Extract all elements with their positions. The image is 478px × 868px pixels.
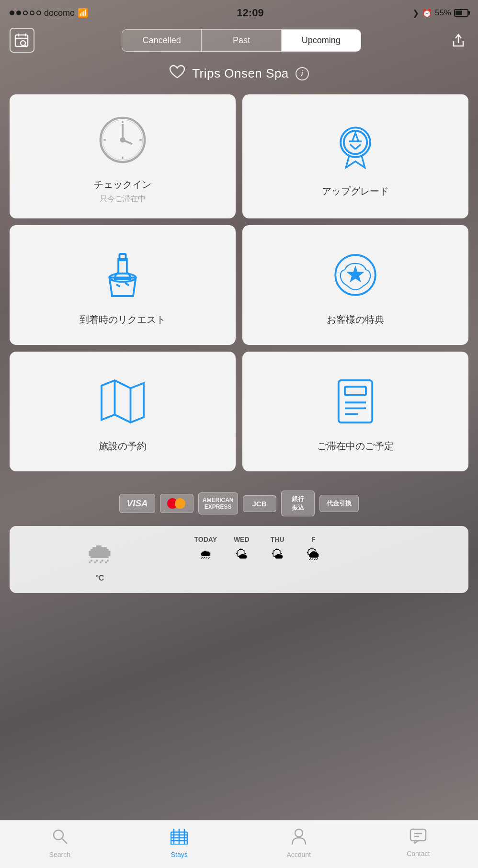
stays-tab-icon [171, 828, 188, 848]
stays-tab-label: Stays [171, 851, 188, 858]
svg-line-19 [350, 144, 355, 149]
facility-card[interactable]: 施設の予約 [10, 352, 236, 471]
upgrade-card[interactable]: アップグレード [242, 94, 468, 218]
svg-marker-26 [346, 265, 364, 282]
wed-icon: 🌤 [235, 547, 248, 562]
search-tab-icon [52, 828, 68, 848]
weather-wed: WED 🌤 [226, 536, 257, 583]
payment-cod: 代金引換 [319, 495, 359, 512]
tab-bar-search[interactable]: Search [0, 821, 120, 868]
battery-icon [454, 9, 468, 17]
arrival-request-title: 到着時のリクエスト [80, 313, 166, 326]
star-badge-icon [329, 249, 382, 301]
contact-tab-label: Contact [407, 850, 430, 857]
tab-bar: Search Stays Account [0, 820, 478, 868]
svg-line-24 [125, 283, 129, 286]
account-tab-icon [291, 828, 307, 848]
feature-grid: チェックイン 只今ご滞在中 アップグレード [0, 94, 478, 471]
payment-amex: AMERICANEXPRESS [198, 492, 238, 514]
fri-icon: 🌦 [307, 547, 319, 562]
today-icon: 🌧 [199, 547, 212, 562]
fri-label: F [311, 536, 316, 543]
location-icon: ❯ [412, 8, 419, 18]
tab-bar-stays[interactable]: Stays [120, 821, 239, 868]
payment-mastercard [160, 494, 193, 513]
title-row: Trips Onsen Spa i [0, 60, 478, 94]
today-label: TODAY [194, 536, 217, 543]
clock-icon [96, 114, 149, 166]
document-icon [329, 375, 382, 428]
svg-line-20 [355, 144, 361, 149]
svg-point-46 [295, 829, 303, 837]
tab-past[interactable]: Past [202, 30, 281, 51]
weather-thu: THU 🌤 [262, 536, 293, 583]
status-time: 12:09 [237, 7, 263, 19]
hotel-name: Trips Onsen Spa [192, 66, 289, 81]
payment-methods: VISA AMERICANEXPRESS JCB 銀行振込 代金引換 [0, 481, 478, 526]
medal-icon [329, 120, 382, 173]
schedule-card[interactable]: ご滞在中のご予定 [242, 352, 468, 471]
benefits-title: お客様の特典 [327, 313, 384, 326]
thu-label: THU [271, 536, 285, 543]
facility-title: 施設の予約 [99, 440, 147, 453]
info-icon[interactable]: i [296, 67, 309, 80]
header: Cancelled Past Upcoming [0, 23, 478, 60]
tab-bar-contact[interactable]: Contact [359, 821, 478, 868]
svg-point-4 [21, 41, 25, 46]
wifi-icon: 📶 [78, 8, 88, 18]
champagne-icon [96, 249, 149, 301]
payment-bank: 銀行振込 [281, 491, 315, 516]
svg-line-23 [116, 285, 120, 286]
upgrade-title: アップグレード [322, 185, 389, 198]
tab-bar-account[interactable]: Account [239, 821, 359, 868]
svg-point-11 [121, 138, 125, 142]
weather-fri: F 🌦 [298, 536, 329, 583]
svg-rect-47 [410, 829, 426, 841]
weather-current: 🌧 °C [19, 536, 181, 583]
tab-upcoming[interactable]: Upcoming [282, 30, 361, 51]
svg-line-35 [62, 839, 67, 844]
favorite-icon[interactable] [169, 65, 185, 82]
svg-point-34 [54, 830, 63, 840]
checkin-card[interactable]: チェックイン 只今ご滞在中 [10, 94, 236, 218]
carrier-name: docomo [44, 8, 75, 18]
wed-label: WED [234, 536, 250, 543]
checkin-subtitle: 只今ご滞在中 [100, 194, 146, 204]
status-right: ❯ ⏰ 55% [412, 8, 468, 18]
status-left: docomo 📶 [10, 8, 88, 18]
contact-tab-icon [410, 828, 427, 847]
weather-today: TODAY 🌧 [190, 536, 221, 583]
reservation-tabs: Cancelled Past Upcoming [122, 29, 361, 52]
account-tab-label: Account [286, 851, 311, 858]
tab-cancelled[interactable]: Cancelled [122, 30, 202, 51]
alarm-icon: ⏰ [422, 8, 432, 18]
search-tab-label: Search [49, 851, 70, 858]
schedule-title: ご滞在中のご予定 [317, 440, 394, 453]
svg-rect-30 [345, 387, 366, 395]
weather-widget: 🌧 °C TODAY 🌧 WED 🌤 THU 🌤 F 🌦 [10, 526, 468, 593]
status-bar: docomo 📶 12:09 ❯ ⏰ 55% [0, 0, 478, 23]
weather-unit: °C [95, 574, 104, 582]
payment-visa: VISA [119, 494, 155, 513]
battery-percent: 55% [435, 8, 451, 18]
map-icon [96, 375, 149, 428]
weather-forecast: TODAY 🌧 WED 🌤 THU 🌤 F 🌦 [190, 536, 459, 583]
benefits-card[interactable]: お客様の特典 [242, 225, 468, 345]
arrival-request-card[interactable]: 到着時のリクエスト [10, 225, 236, 345]
checkin-title: チェックイン [94, 178, 151, 191]
thu-icon: 🌤 [271, 547, 284, 562]
payment-jcb: JCB [243, 495, 276, 512]
share-icon[interactable] [448, 30, 468, 50]
signal-dots [10, 11, 41, 15]
calendar-search-icon[interactable] [10, 28, 34, 53]
